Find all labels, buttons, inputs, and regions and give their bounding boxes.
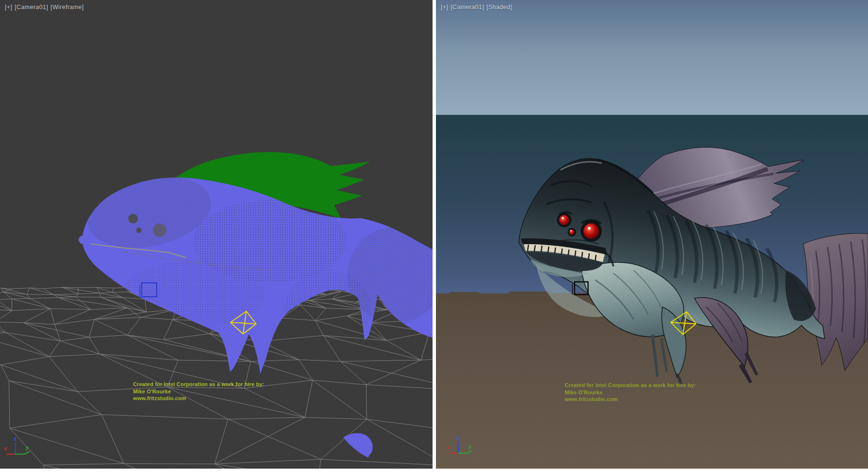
viewport-shading-label[interactable]: [Shaded] [487, 4, 512, 11]
viewport-shaded[interactable]: [+] [Camera01] [Shaded] Created for Inte… [436, 0, 868, 469]
viewport-wireframe[interactable]: [+] [Camera01] [Wireframe] Created for I… [0, 0, 433, 469]
viewport-camera-label[interactable]: [Camera01] [14, 4, 48, 11]
axis-y-label: y [26, 444, 29, 451]
viewport-label: [+] [Camera01] [Wireframe] [5, 4, 84, 11]
fish-eye-wire-big [153, 223, 166, 237]
fish-eye-wire-small [136, 228, 142, 233]
viewport-shading-label[interactable]: [Wireframe] [51, 4, 84, 11]
viewport-menu-plus[interactable]: [+] [5, 4, 12, 11]
fish-eye-small [570, 230, 575, 235]
world-axis-gizmo: x z y [3, 436, 34, 461]
sky [436, 0, 868, 115]
fish-eye-big [583, 223, 599, 239]
axis-z-label: z [14, 436, 17, 442]
fish-eye-left [559, 215, 570, 225]
axis-z-label: z [456, 435, 460, 441]
axis-y-line [15, 452, 29, 454]
viewport-camera-label[interactable]: [Camera01] [450, 4, 484, 11]
fish-wireframe[interactable] [79, 167, 433, 458]
world-axis-gizmo: x z y [446, 435, 476, 460]
viewport-label: [+] [Camera01] [Shaded] [441, 4, 512, 11]
credit-text: Created for Intel Corporation as a work … [565, 382, 696, 403]
axis-x-label: x [447, 444, 450, 451]
credit-text: Created for Intel Corporation as a work … [133, 381, 264, 402]
axis-y-line [458, 451, 472, 453]
viewport-menu-plus[interactable]: [+] [441, 4, 448, 11]
dual-viewport-canvas: [+] [Camera01] [Wireframe] Created for I… [0, 0, 868, 472]
fish-eye-wire [128, 214, 138, 223]
axis-y-label: y [468, 444, 472, 450]
axis-x-label: x [4, 445, 7, 452]
